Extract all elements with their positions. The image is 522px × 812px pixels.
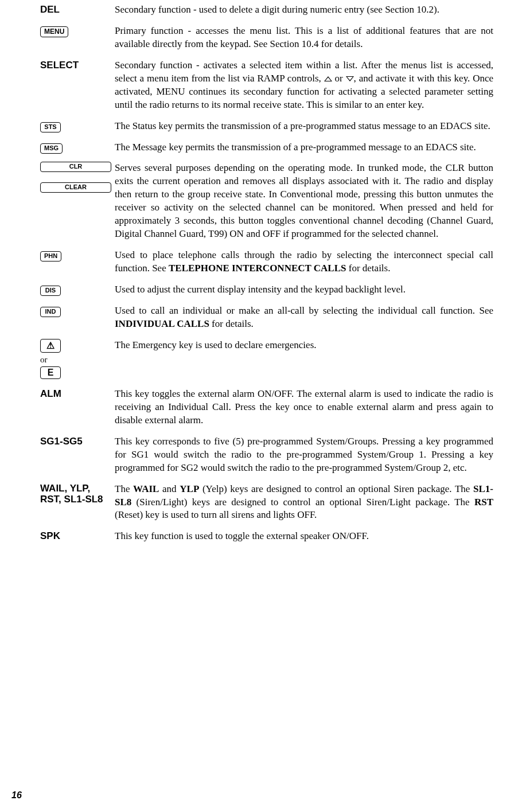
table-row: MENUPrimary function - accesses the menu… (40, 25, 493, 51)
key-cell: MENU (40, 25, 115, 38)
key-cell: PHN (40, 249, 115, 262)
table-row: WAIL, YLP, RST, SL1-SL8The WAIL and YLP … (40, 483, 493, 522)
table-row: INDUsed to call an individual or make an… (40, 304, 493, 331)
keycap-icon: MSG (40, 143, 63, 154)
key-description: This key toggles the external alarm ON/O… (115, 388, 493, 427)
table-row: STSThe Status key permits the transmissi… (40, 120, 493, 133)
key-label: WAIL, YLP, RST, SL1-SL8 (40, 483, 111, 505)
keycap-icon: STS (40, 122, 61, 132)
table-row: CLRCLEARServes several purposes dependin… (40, 162, 493, 241)
table-row: MSGThe Message key permits the transmiss… (40, 141, 493, 154)
key-cell: SPK (40, 530, 115, 543)
key-cell: DEL (40, 3, 115, 17)
keycap-icon: CLEAR (40, 182, 111, 193)
key-description: Secondary function - activates a selecte… (115, 59, 493, 112)
key-cell: MSG (40, 141, 115, 154)
key-cell: DIS (40, 283, 115, 296)
key-description: Used to place telephone calls through th… (115, 249, 493, 275)
table-row: SG1-SG5This key corresponds to five (5) … (40, 435, 493, 475)
page: DELSecondary function - used to delete a… (0, 0, 522, 812)
key-description: Used to call an individual or make an al… (115, 304, 493, 331)
table-row: DELSecondary function - used to delete a… (40, 3, 493, 17)
keycap-icon: DIS (40, 286, 61, 296)
key-cell: WAIL, YLP, RST, SL1-SL8 (40, 483, 115, 505)
key-cell: SG1-SG5 (40, 435, 115, 448)
key-description: The Status key permits the transmission … (115, 120, 493, 133)
table-row: ALMThis key toggles the external alarm O… (40, 388, 493, 427)
key-label: SELECT (40, 59, 111, 72)
key-description: Primary function - accesses the menu lis… (115, 25, 493, 51)
table-row: DISUsed to adjust the current display in… (40, 283, 493, 296)
key-description: This key function is used to toggle the … (115, 530, 493, 543)
ramp-up-icon (324, 76, 332, 81)
or-text: or (40, 354, 111, 365)
ramp-down-icon (346, 76, 354, 81)
key-cell: IND (40, 304, 115, 318)
keycap-icon: PHN (40, 251, 61, 261)
key-table: DELSecondary function - used to delete a… (40, 3, 493, 543)
table-row: ⚠orEThe Emergency key is used to declare… (40, 339, 493, 380)
e-key-icon: E (40, 366, 61, 379)
key-label: ALM (40, 388, 111, 401)
key-cell: ⚠orE (40, 339, 115, 380)
key-description: This key corresponds to five (5) pre-pro… (115, 435, 493, 475)
table-row: SPKThis key function is used to toggle t… (40, 530, 493, 543)
key-label: SG1-SG5 (40, 435, 111, 448)
key-label: SPK (40, 530, 111, 543)
key-cell: STS (40, 120, 115, 133)
key-description: Used to adjust the current display inten… (115, 283, 493, 296)
page-number: 16 (11, 789, 22, 802)
key-description: The Message key permits the transmission… (115, 141, 493, 154)
key-label: DEL (40, 3, 111, 17)
key-description: Secondary function - used to delete a di… (115, 3, 493, 17)
table-row: PHNUsed to place telephone calls through… (40, 249, 493, 275)
table-row: SELECTSecondary function - activates a s… (40, 59, 493, 112)
keycap-icon: IND (40, 307, 61, 317)
emergency-key-icon: ⚠ (40, 339, 61, 353)
key-cell: SELECT (40, 59, 115, 72)
key-cell: CLRCLEAR (40, 162, 115, 193)
key-description: The Emergency key is used to declare eme… (115, 339, 493, 352)
key-description: Serves several purposes depending on the… (115, 162, 493, 241)
key-cell: ALM (40, 388, 115, 401)
key-description: The WAIL and YLP (Yelp) keys are designe… (115, 483, 493, 522)
keycap-icon: CLR (40, 162, 111, 172)
keycap-icon: MENU (40, 26, 68, 37)
